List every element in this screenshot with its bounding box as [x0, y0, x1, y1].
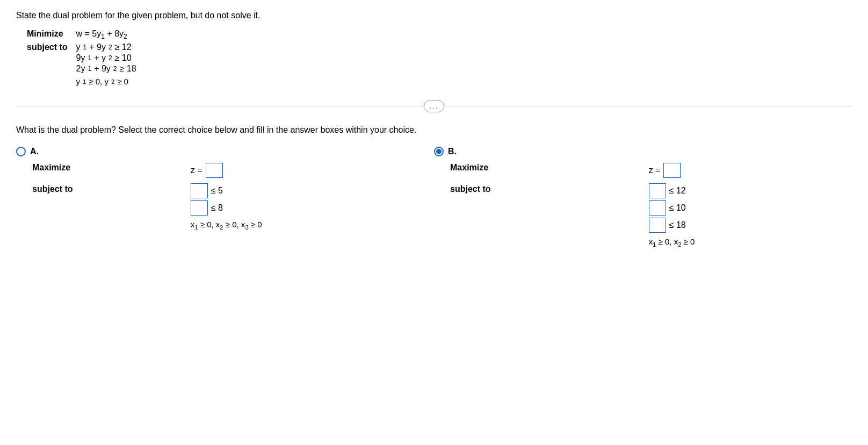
- choice-b-radio[interactable]: [434, 147, 444, 156]
- minimize-row: Minimize w = 5y1 + 8y2: [27, 28, 142, 41]
- choice-b-constraints: ≤ 12 ≤ 10 ≤ 18 x1 ≥ 0, x2 ≥ 0: [649, 182, 852, 249]
- choice-b-c3-label: ≤ 18: [669, 220, 686, 230]
- choice-b-constraint-3: ≤ 18: [649, 218, 848, 233]
- minimize-label: Minimize: [27, 28, 76, 41]
- choice-b-z-equals: z =: [649, 166, 661, 175]
- choice-a-lp: Maximize z = subject to ≤ 5: [32, 162, 434, 232]
- choice-b-objective: z =: [649, 162, 852, 182]
- constraint-2: 9y1 + y2 ≥ 10: [76, 53, 136, 63]
- choice-b-constraint-2: ≤ 10: [649, 200, 848, 216]
- choice-b-constraints-list: ≤ 12 ≤ 10 ≤ 18 x1 ≥ 0, x2 ≥ 0: [649, 183, 848, 248]
- choice-a-header[interactable]: A.: [16, 147, 434, 156]
- choice-b-c2-label: ≤ 10: [669, 203, 686, 213]
- choice-b-maximize-row: Maximize z =: [450, 162, 852, 182]
- choice-b: B. Maximize z = subject to: [434, 147, 852, 249]
- choice-a-c2-input[interactable]: [191, 200, 208, 216]
- choice-a-maximize-row: Maximize z =: [32, 162, 434, 182]
- choice-a-nonnegativity: x1 ≥ 0, x2 ≥ 0, x3 ≥ 0: [191, 220, 430, 231]
- choice-b-c2-input[interactable]: [649, 200, 666, 216]
- choice-a-c1-label: ≤ 5: [211, 186, 223, 196]
- nonnegativity-original: y1 ≥ 0, y2 ≥ 0: [76, 77, 136, 86]
- constraint-1: y1 + 9y2 ≥ 12: [76, 42, 136, 52]
- choices-container: A. Maximize z = subject to: [16, 147, 852, 249]
- choice-a-constraint-1: ≤ 5: [191, 183, 430, 198]
- subject-to-row: subject to y1 + 9y2 ≥ 12 9y1 + y2 ≥ 10 2…: [27, 41, 142, 87]
- choice-b-z-input[interactable]: [663, 163, 681, 178]
- original-problem: Minimize w = 5y1 + 8y2 subject to y1 + 9…: [27, 28, 142, 87]
- choice-b-lp: Maximize z = subject to ≤ 12: [450, 162, 852, 249]
- objective-function: w = 5y1 + 8y2: [76, 28, 142, 41]
- choice-a-c2-label: ≤ 8: [211, 203, 223, 213]
- choice-b-nonnegativity: x1 ≥ 0, x2 ≥ 0: [649, 237, 848, 248]
- subject-to-label: subject to: [27, 41, 76, 87]
- choice-a-label: A.: [30, 147, 39, 156]
- choice-a-constraint-2: ≤ 8: [191, 200, 430, 216]
- choice-b-c1-input[interactable]: [649, 183, 666, 198]
- choice-a-subject-to-label: subject to: [32, 182, 191, 232]
- problem-statement: State the dual problem for the given pro…: [16, 11, 852, 87]
- choice-a-constraints: ≤ 5 ≤ 8 x1 ≥ 0, x2 ≥ 0, x3 ≥ 0: [191, 182, 434, 232]
- instruction-text: State the dual problem for the given pro…: [16, 11, 852, 20]
- choice-a-z-equals: z =: [191, 166, 202, 175]
- choice-b-subject-row: subject to ≤ 12 ≤ 10 ≤ 18: [450, 182, 852, 249]
- divider-dots-button[interactable]: ...: [424, 100, 445, 112]
- choice-b-maximize-label: Maximize: [450, 162, 649, 182]
- choice-b-constraint-1: ≤ 12: [649, 183, 848, 198]
- choice-a: A. Maximize z = subject to: [16, 147, 434, 232]
- choice-b-label: B.: [448, 147, 457, 156]
- choice-b-c1-label: ≤ 12: [669, 186, 686, 196]
- choice-a-objective: z =: [191, 162, 434, 182]
- question-text: What is the dual problem? Select the cor…: [16, 125, 852, 135]
- choice-b-c3-input[interactable]: [649, 218, 666, 233]
- choice-a-maximize-label: Maximize: [32, 162, 191, 182]
- constraint-3: 2y1 + 9y2 ≥ 18: [76, 64, 136, 74]
- choice-a-subject-row: subject to ≤ 5 ≤ 8 x1 ≥ 0, x2 ≥ 0, x3 ≥ …: [32, 182, 434, 232]
- choice-a-z-input[interactable]: [206, 163, 223, 178]
- choice-a-constraints-list: ≤ 5 ≤ 8 x1 ≥ 0, x2 ≥ 0, x3 ≥ 0: [191, 183, 430, 231]
- section-divider: ...: [16, 100, 852, 112]
- choice-b-header[interactable]: B.: [434, 147, 852, 156]
- objective-text: w = 5y1 + 8y2: [76, 29, 127, 38]
- choice-b-subject-to-label: subject to: [450, 182, 649, 249]
- choice-a-radio[interactable]: [16, 147, 26, 156]
- constraints-list: y1 + 9y2 ≥ 12 9y1 + y2 ≥ 10 2y1 + 9y2 ≥ …: [76, 41, 142, 87]
- choice-a-c1-input[interactable]: [191, 183, 208, 198]
